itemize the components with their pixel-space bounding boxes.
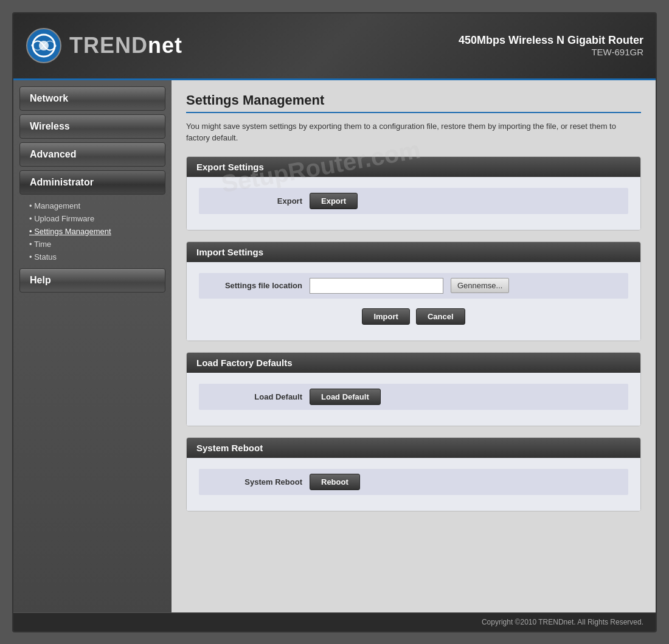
content-inner: SetupRouter.com Settings Management You …: [172, 80, 656, 535]
factory-defaults-section: Load Factory Defaults Load Default Load …: [186, 352, 641, 426]
admin-submenu: Management Upload Firmware Settings Mana…: [19, 197, 165, 268]
admin-item-status[interactable]: Status: [29, 251, 165, 263]
export-form-row: Export Export: [199, 188, 628, 214]
load-default-button[interactable]: Load Default: [310, 389, 381, 405]
import-button[interactable]: Import: [362, 308, 409, 325]
trendnet-logo-icon: [26, 27, 62, 64]
copyright-text: Copyright ©2010 TRENDnet. All Rights Res…: [482, 618, 643, 626]
page-description: You might save system settings by export…: [186, 120, 641, 144]
export-settings-header: Export Settings: [187, 157, 640, 177]
cancel-button[interactable]: Cancel: [416, 308, 465, 325]
system-reboot-body: System Reboot Reboot: [187, 458, 640, 511]
import-btn-row: Import Cancel: [199, 303, 628, 330]
footer: Copyright ©2010 TRENDnet. All Rights Res…: [13, 612, 656, 631]
admin-item-upload-firmware[interactable]: Upload Firmware: [29, 212, 165, 225]
import-settings-header: Import Settings: [187, 242, 640, 262]
device-sku: TEW-691GR: [459, 47, 643, 57]
sidebar: Network Wireless Advanced Administrator …: [13, 80, 172, 612]
header: TRENDnet 450Mbps Wireless N Gigabit Rout…: [13, 13, 656, 80]
import-settings-section: Import Settings Settings file location G…: [186, 241, 641, 341]
admin-section-label: Administrator: [19, 170, 165, 195]
admin-item-settings-management[interactable]: Settings Management: [29, 225, 165, 238]
device-info: 450Mbps Wireless N Gigabit Router TEW-69…: [459, 34, 643, 57]
nav-network[interactable]: Network: [19, 86, 165, 111]
nav-wireless[interactable]: Wireless: [19, 114, 165, 139]
logo-area: TRENDnet: [26, 27, 182, 64]
page-title: Settings Management: [186, 92, 641, 113]
export-settings-section: Export Settings Export Export: [186, 156, 641, 230]
admin-item-time[interactable]: Time: [29, 238, 165, 251]
nav-advanced[interactable]: Advanced: [19, 142, 165, 167]
import-file-row: Settings file location Gennemse...: [199, 273, 628, 299]
factory-defaults-header: Load Factory Defaults: [187, 353, 640, 373]
load-default-row: Load Default Load Default: [199, 384, 628, 410]
reboot-button[interactable]: Reboot: [310, 474, 360, 490]
router-frame: TRENDnet 450Mbps Wireless N Gigabit Rout…: [12, 12, 657, 632]
export-label: Export: [205, 196, 302, 206]
import-settings-body: Settings file location Gennemse... Impor…: [187, 262, 640, 341]
reboot-label: System Reboot: [205, 477, 302, 486]
admin-item-management[interactable]: Management: [29, 199, 165, 212]
file-location-label: Settings file location: [205, 281, 302, 290]
file-location-input[interactable]: [310, 278, 443, 294]
browse-button[interactable]: Gennemse...: [451, 278, 509, 293]
system-reboot-header: System Reboot: [187, 438, 640, 458]
system-reboot-section: System Reboot System Reboot Reboot: [186, 437, 641, 511]
content-area: SetupRouter.com Settings Management You …: [172, 80, 656, 612]
reboot-row: System Reboot Reboot: [199, 469, 628, 495]
nav-help[interactable]: Help: [19, 268, 165, 293]
device-model: 450Mbps Wireless N Gigabit Router: [459, 34, 643, 47]
export-button[interactable]: Export: [310, 193, 358, 209]
load-default-label: Load Default: [205, 392, 302, 401]
brand-name: TRENDnet: [69, 33, 182, 58]
main-layout: Network Wireless Advanced Administrator …: [13, 80, 656, 612]
export-settings-body: Export Export: [187, 177, 640, 230]
factory-defaults-body: Load Default Load Default: [187, 373, 640, 426]
